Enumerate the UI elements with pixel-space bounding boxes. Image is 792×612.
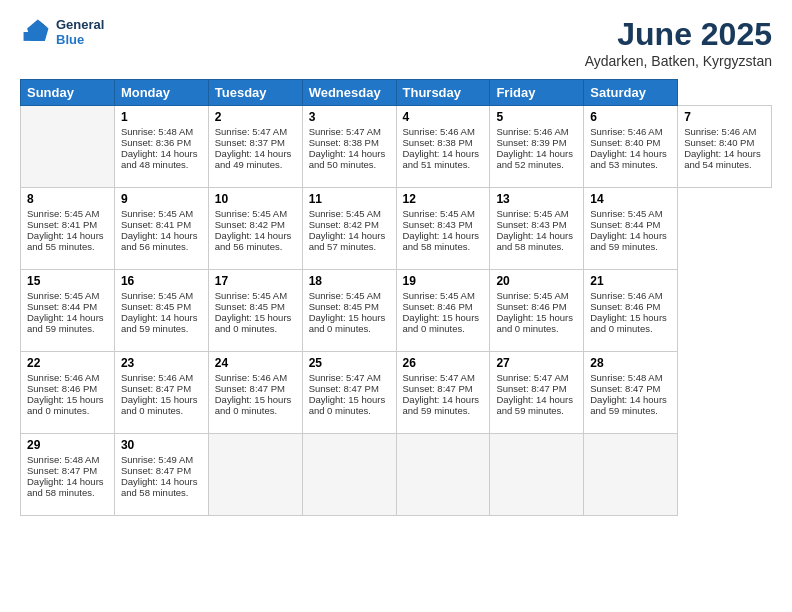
day-info-line: and 56 minutes.	[215, 241, 296, 252]
day-info-line: Sunset: 8:39 PM	[496, 137, 577, 148]
col-header-thursday: Thursday	[396, 80, 490, 106]
day-info-line: Sunset: 8:44 PM	[27, 301, 108, 312]
day-cell-13: 13Sunrise: 5:45 AMSunset: 8:43 PMDayligh…	[490, 188, 584, 270]
day-cell-3: 3Sunrise: 5:47 AMSunset: 8:38 PMDaylight…	[302, 106, 396, 188]
day-info-line: Sunrise: 5:45 AM	[215, 208, 296, 219]
day-info-line: Daylight: 14 hours	[684, 148, 765, 159]
day-number: 30	[121, 438, 202, 452]
day-cell-7: 7Sunrise: 5:46 AMSunset: 8:40 PMDaylight…	[678, 106, 772, 188]
day-info-line: and 59 minutes.	[27, 323, 108, 334]
day-info-line: Sunrise: 5:47 AM	[403, 372, 484, 383]
day-cell-9: 9Sunrise: 5:45 AMSunset: 8:41 PMDaylight…	[114, 188, 208, 270]
day-info-line: and 55 minutes.	[27, 241, 108, 252]
day-cell-16: 16Sunrise: 5:45 AMSunset: 8:45 PMDayligh…	[114, 270, 208, 352]
day-cell-18: 18Sunrise: 5:45 AMSunset: 8:45 PMDayligh…	[302, 270, 396, 352]
empty-cell	[302, 434, 396, 516]
empty-cell	[21, 106, 115, 188]
col-header-tuesday: Tuesday	[208, 80, 302, 106]
day-info-line: Sunset: 8:47 PM	[215, 383, 296, 394]
day-number: 17	[215, 274, 296, 288]
day-number: 12	[403, 192, 484, 206]
day-info-line: Sunset: 8:46 PM	[496, 301, 577, 312]
day-info-line: Sunset: 8:38 PM	[309, 137, 390, 148]
day-cell-15: 15Sunrise: 5:45 AMSunset: 8:44 PMDayligh…	[21, 270, 115, 352]
calendar-table: SundayMondayTuesdayWednesdayThursdayFrid…	[20, 79, 772, 516]
day-info-line: Daylight: 14 hours	[121, 148, 202, 159]
day-number: 27	[496, 356, 577, 370]
day-info-line: Daylight: 15 hours	[309, 312, 390, 323]
day-cell-25: 25Sunrise: 5:47 AMSunset: 8:47 PMDayligh…	[302, 352, 396, 434]
empty-cell	[490, 434, 584, 516]
empty-cell	[208, 434, 302, 516]
day-number: 5	[496, 110, 577, 124]
day-cell-28: 28Sunrise: 5:48 AMSunset: 8:47 PMDayligh…	[584, 352, 678, 434]
day-info-line: Daylight: 14 hours	[590, 230, 671, 241]
day-info-line: Daylight: 14 hours	[121, 230, 202, 241]
day-info-line: and 0 minutes.	[215, 405, 296, 416]
day-info-line: Sunrise: 5:45 AM	[27, 290, 108, 301]
day-info-line: Sunset: 8:46 PM	[403, 301, 484, 312]
empty-cell	[396, 434, 490, 516]
day-info-line: and 0 minutes.	[215, 323, 296, 334]
calendar-subtitle: Aydarken, Batken, Kyrgyzstan	[585, 53, 772, 69]
day-info-line: Daylight: 15 hours	[590, 312, 671, 323]
day-info-line: and 58 minutes.	[27, 487, 108, 498]
day-info-line: Daylight: 14 hours	[496, 230, 577, 241]
day-number: 28	[590, 356, 671, 370]
day-info-line: Daylight: 14 hours	[309, 148, 390, 159]
day-info-line: Sunrise: 5:45 AM	[590, 208, 671, 219]
day-info-line: Sunset: 8:43 PM	[496, 219, 577, 230]
day-info-line: Sunrise: 5:46 AM	[403, 126, 484, 137]
day-info-line: Sunset: 8:47 PM	[27, 465, 108, 476]
day-info-line: Sunrise: 5:46 AM	[215, 372, 296, 383]
day-info-line: Sunset: 8:40 PM	[590, 137, 671, 148]
day-info-line: and 56 minutes.	[121, 241, 202, 252]
week-row-0: 1Sunrise: 5:48 AMSunset: 8:36 PMDaylight…	[21, 106, 772, 188]
day-info-line: and 0 minutes.	[27, 405, 108, 416]
calendar-title: June 2025	[585, 16, 772, 53]
day-info-line: Daylight: 15 hours	[27, 394, 108, 405]
day-info-line: and 57 minutes.	[309, 241, 390, 252]
day-info-line: Sunrise: 5:47 AM	[496, 372, 577, 383]
week-row-4: 29Sunrise: 5:48 AMSunset: 8:47 PMDayligh…	[21, 434, 772, 516]
day-number: 10	[215, 192, 296, 206]
day-info-line: and 53 minutes.	[590, 159, 671, 170]
day-number: 26	[403, 356, 484, 370]
day-info-line: and 59 minutes.	[121, 323, 202, 334]
day-info-line: Sunset: 8:36 PM	[121, 137, 202, 148]
day-info-line: Sunrise: 5:47 AM	[215, 126, 296, 137]
day-info-line: and 59 minutes.	[496, 405, 577, 416]
day-info-line: Sunset: 8:47 PM	[403, 383, 484, 394]
day-info-line: Sunrise: 5:45 AM	[403, 290, 484, 301]
day-info-line: Sunset: 8:43 PM	[403, 219, 484, 230]
day-info-line: Sunset: 8:38 PM	[403, 137, 484, 148]
day-info-line: Sunrise: 5:45 AM	[215, 290, 296, 301]
day-info-line: Sunrise: 5:46 AM	[684, 126, 765, 137]
logo-icon	[20, 16, 52, 48]
day-info-line: Sunrise: 5:47 AM	[309, 372, 390, 383]
day-info-line: Sunrise: 5:48 AM	[121, 126, 202, 137]
day-info-line: Daylight: 14 hours	[403, 394, 484, 405]
day-number: 20	[496, 274, 577, 288]
day-info-line: and 50 minutes.	[309, 159, 390, 170]
day-cell-6: 6Sunrise: 5:46 AMSunset: 8:40 PMDaylight…	[584, 106, 678, 188]
day-info-line: Sunset: 8:37 PM	[215, 137, 296, 148]
day-number: 14	[590, 192, 671, 206]
day-info-line: Sunset: 8:46 PM	[27, 383, 108, 394]
day-info-line: Sunrise: 5:45 AM	[496, 290, 577, 301]
title-area: June 2025 Aydarken, Batken, Kyrgyzstan	[585, 16, 772, 69]
week-row-2: 15Sunrise: 5:45 AMSunset: 8:44 PMDayligh…	[21, 270, 772, 352]
logo: General Blue	[20, 16, 104, 48]
day-number: 4	[403, 110, 484, 124]
col-header-sunday: Sunday	[21, 80, 115, 106]
empty-cell	[584, 434, 678, 516]
day-cell-12: 12Sunrise: 5:45 AMSunset: 8:43 PMDayligh…	[396, 188, 490, 270]
day-info-line: Sunset: 8:45 PM	[309, 301, 390, 312]
day-info-line: Daylight: 14 hours	[215, 230, 296, 241]
day-info-line: Sunrise: 5:48 AM	[27, 454, 108, 465]
day-cell-10: 10Sunrise: 5:45 AMSunset: 8:42 PMDayligh…	[208, 188, 302, 270]
col-header-wednesday: Wednesday	[302, 80, 396, 106]
day-info-line: Sunset: 8:44 PM	[590, 219, 671, 230]
day-cell-4: 4Sunrise: 5:46 AMSunset: 8:38 PMDaylight…	[396, 106, 490, 188]
day-cell-22: 22Sunrise: 5:46 AMSunset: 8:46 PMDayligh…	[21, 352, 115, 434]
